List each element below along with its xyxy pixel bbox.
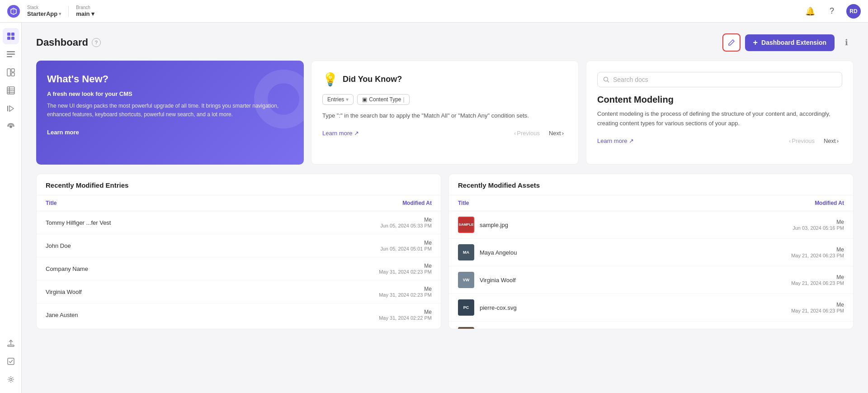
entries-tag[interactable]: Entries ▾ bbox=[322, 94, 354, 105]
next-chevron-icon-2: › bbox=[837, 137, 839, 144]
svg-line-31 bbox=[608, 81, 609, 83]
did-you-know-nav: ‹ Previous Next › bbox=[510, 128, 567, 138]
topnav-right: 🔔 ? RD bbox=[803, 4, 861, 19]
content-modeling-learn-more[interactable]: Learn more ↗ bbox=[597, 137, 634, 144]
content-modeling-nav: ‹ Previous Next › bbox=[785, 136, 842, 146]
table-row[interactable]: Jane Austen Me May 31, 2024 02:22 PM bbox=[37, 303, 441, 326]
content-modeling-next-button[interactable]: Next › bbox=[820, 136, 842, 146]
dashboard-extension-button[interactable]: + Dashboard Extension bbox=[745, 34, 835, 51]
avatar[interactable]: RD bbox=[846, 4, 861, 19]
entry-meta: Me Jun 05, 2024 05:33 PM bbox=[380, 217, 432, 228]
content-type-tag[interactable]: ▣ Content Type | bbox=[357, 94, 409, 105]
did-you-know-title: Did You Know? bbox=[343, 75, 402, 84]
stack-name[interactable]: StarterApp ▾ bbox=[27, 10, 61, 18]
sidebar-bottom bbox=[3, 335, 19, 388]
app-layout: Dashboard ? + Dashboard Extension ℹ What… bbox=[0, 23, 868, 393]
whats-new-title: What's New? bbox=[47, 73, 293, 85]
table-row[interactable]: PC pierre-cox.svg Me May 21, 2024 06:23 … bbox=[449, 294, 853, 322]
dashboard-ext-label: Dashboard Extension bbox=[761, 39, 826, 46]
sidebar-item-tasks[interactable] bbox=[3, 353, 19, 369]
branch-name[interactable]: main ▾ bbox=[76, 10, 94, 18]
sidebar-item-signals[interactable] bbox=[3, 118, 19, 135]
whats-new-card: What's New? A fresh new look for your CM… bbox=[36, 61, 304, 165]
table-row[interactable]: AC alden-cantrell.svg Me May 21, 2024 06… bbox=[449, 322, 853, 329]
branch-label: Branch bbox=[76, 5, 94, 10]
entries-col-headers: Title Modified At bbox=[37, 195, 441, 211]
tables-row: Recently Modified Entries Title Modified… bbox=[36, 174, 854, 329]
search-icon bbox=[603, 76, 609, 83]
svg-point-22 bbox=[10, 376, 11, 377]
entry-date: May 31, 2024 02:23 PM bbox=[379, 269, 432, 275]
asset-meta: Me May 21, 2024 06:23 PM bbox=[791, 274, 844, 286]
asset-row-content: AC alden-cantrell.svg bbox=[458, 327, 526, 329]
sidebar-item-media[interactable] bbox=[3, 100, 19, 117]
search-docs-placeholder[interactable]: Search docs bbox=[613, 76, 648, 83]
asset-name: Maya Angelou bbox=[480, 249, 517, 256]
sidebar-item-dashboard[interactable] bbox=[3, 28, 19, 44]
svg-point-23 bbox=[10, 382, 11, 383]
sidebar-item-entries[interactable] bbox=[3, 64, 19, 80]
tag-icon: ▣ bbox=[362, 96, 367, 103]
svg-point-24 bbox=[8, 379, 9, 380]
table-row[interactable]: Company Name Me May 31, 2024 02:23 PM bbox=[37, 257, 441, 280]
assets-table-header: Recently Modified Assets bbox=[449, 174, 853, 195]
table-row[interactable]: Virginia Woolf Me May 31, 2024 02:23 PM bbox=[37, 280, 441, 303]
assets-table-title: Recently Modified Assets bbox=[458, 181, 540, 189]
assets-table-card: Recently Modified Assets Title Modified … bbox=[448, 174, 854, 329]
svg-rect-10 bbox=[11, 73, 14, 76]
content-modeling-title: Content Modeling bbox=[597, 95, 842, 105]
asset-thumbnail: SAMPLE bbox=[458, 217, 474, 233]
table-row[interactable]: VW Virginia Woolf Me May 21, 2024 06:23 … bbox=[449, 266, 853, 294]
whats-new-link[interactable]: Learn more bbox=[47, 129, 79, 136]
sidebar-item-assets[interactable] bbox=[3, 82, 19, 99]
page-title-row: Dashboard ? bbox=[36, 37, 101, 48]
table-row[interactable]: MA Maya Angelou Me May 21, 2024 06:23 PM bbox=[449, 239, 853, 266]
asset-row-content: PC pierre-cox.svg bbox=[458, 299, 517, 316]
svg-rect-15 bbox=[9, 87, 10, 94]
stack-chevron-icon: ▾ bbox=[59, 11, 61, 17]
entries-table-card: Recently Modified Entries Title Modified… bbox=[36, 174, 441, 329]
info-button[interactable]: ℹ bbox=[839, 35, 854, 50]
svg-point-18 bbox=[9, 125, 12, 128]
asset-thumbnail: VW bbox=[458, 272, 474, 288]
help-button[interactable]: ? bbox=[825, 4, 839, 19]
entries-col-modified: Modified At bbox=[402, 200, 432, 206]
entries-table-header: Recently Modified Entries bbox=[37, 174, 441, 195]
table-row[interactable]: John Doe Me Jun 05, 2024 05:01 PM bbox=[37, 234, 441, 257]
cards-row: What's New? A fresh new look for your CM… bbox=[36, 61, 854, 165]
did-you-know-card: 💡 Did You Know? Entries ▾ ▣ Content Type… bbox=[311, 61, 579, 165]
entry-title: Virginia Woolf bbox=[46, 289, 82, 295]
asset-name: pierre-cox.svg bbox=[480, 304, 517, 311]
next-chevron-icon: › bbox=[562, 130, 564, 137]
branch-info: Branch main ▾ bbox=[76, 5, 94, 18]
svg-point-26 bbox=[9, 377, 9, 378]
svg-rect-5 bbox=[7, 51, 15, 52]
edit-button[interactable] bbox=[722, 33, 741, 52]
sidebar-item-settings[interactable] bbox=[3, 371, 19, 388]
notifications-button[interactable]: 🔔 bbox=[803, 4, 817, 19]
header-actions: + Dashboard Extension ℹ bbox=[722, 33, 854, 52]
assets-table-body: SAMPLE sample.jpg Me Jun 03, 2024 05:16 … bbox=[449, 211, 853, 329]
whats-new-subtitle: A fresh new look for your CMS bbox=[47, 90, 293, 97]
table-row[interactable]: Tommy Hilfiger ...fer Vest Me Jun 05, 20… bbox=[37, 211, 441, 234]
page-help-icon[interactable]: ? bbox=[92, 38, 101, 47]
entry-title: Tommy Hilfiger ...fer Vest bbox=[46, 219, 111, 226]
page-title: Dashboard bbox=[36, 37, 88, 48]
did-you-know-next-button[interactable]: Next › bbox=[545, 128, 567, 138]
asset-meta: Me May 21, 2024 06:23 PM bbox=[791, 302, 844, 313]
svg-point-25 bbox=[13, 379, 14, 380]
asset-row-content: VW Virginia Woolf bbox=[458, 272, 516, 288]
asset-name: Virginia Woolf bbox=[480, 277, 516, 284]
table-row[interactable]: SAMPLE sample.jpg Me Jun 03, 2024 05:16 … bbox=[449, 211, 853, 239]
did-you-know-learn-more[interactable]: Learn more ↗ bbox=[322, 130, 359, 137]
entry-title: Company Name bbox=[46, 265, 88, 272]
did-you-know-prev-button[interactable]: ‹ Previous bbox=[510, 128, 543, 138]
svg-rect-7 bbox=[7, 56, 12, 57]
content-modeling-prev-button[interactable]: ‹ Previous bbox=[785, 136, 818, 146]
assets-col-title: Title bbox=[458, 200, 469, 206]
entry-meta: Me May 31, 2024 02:22 PM bbox=[379, 309, 432, 321]
sidebar-item-deploy[interactable] bbox=[3, 335, 19, 351]
svg-point-27 bbox=[12, 381, 13, 382]
entry-date: May 31, 2024 02:22 PM bbox=[379, 315, 432, 321]
sidebar-item-content[interactable] bbox=[3, 46, 19, 62]
